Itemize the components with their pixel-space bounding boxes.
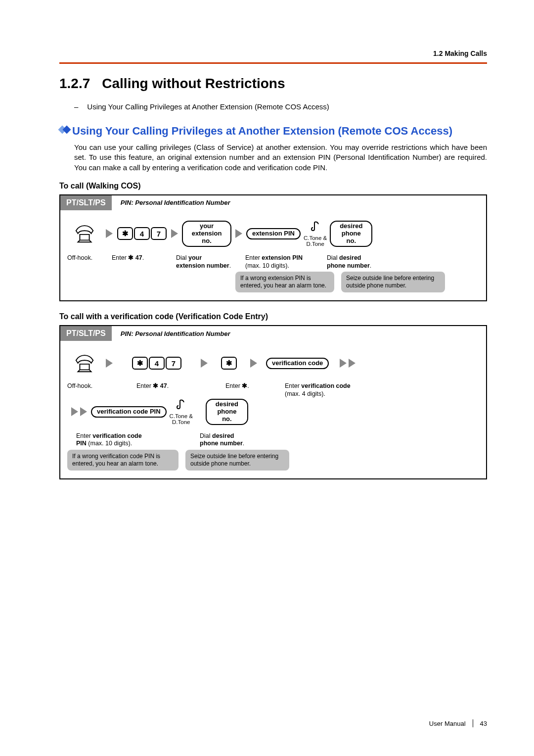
- page-footer: User Manual 43: [429, 719, 487, 727]
- arrow-icon: [171, 229, 178, 238]
- tone-icon: [311, 220, 320, 234]
- caption-dial-ext: Dial yourextension number.: [176, 254, 245, 270]
- caption-offhook: Off-hook.: [67, 382, 136, 398]
- caption-enter-pin: Enter extension PIN(max. 10 digits).: [245, 254, 327, 270]
- pin-note: PIN: Personal Identification Number: [121, 330, 230, 337]
- divider-rule: [59, 62, 487, 64]
- diamond-icon: [59, 127, 68, 133]
- pin-note: PIN: Personal Identification Number: [121, 199, 230, 206]
- diagram-verification-code: PT/SLT/PS PIN: Personal Identification N…: [59, 325, 487, 479]
- procedure-heading-1: To call (Walking COS): [59, 182, 487, 190]
- key-star: ✱: [221, 357, 237, 370]
- caption-enter47: Enter ✱ 47.: [112, 254, 176, 270]
- note-wrong-pin: If a wrong extension PIN is entered, you…: [235, 272, 334, 292]
- arrow-icon: [106, 229, 113, 238]
- bubble-verification-pin: verification code PIN: [91, 406, 167, 418]
- toc-entry: –Using Your Calling Privileges at Anothe…: [74, 102, 487, 111]
- caption-enter-vc: Enter verification code(max. 4 digits).: [285, 382, 384, 398]
- caption-offhook: Off-hook.: [67, 254, 112, 270]
- diagram-walking-cos: PT/SLT/PS PIN: Personal Identification N…: [59, 194, 487, 302]
- caption-enter47: Enter ✱ 47.: [136, 382, 225, 398]
- note-seize-line: Seize outside line before entering outsi…: [341, 272, 445, 292]
- arrow-icon: [250, 359, 257, 368]
- subsection-heading: Using Your Calling Privileges at Another…: [59, 125, 487, 138]
- arrow-icon: [106, 359, 113, 368]
- caption-dial-phone: Dial desiredphone number.: [200, 432, 279, 448]
- procedure-heading-2: To call with a verification code (Verifi…: [59, 312, 487, 321]
- breadcrumb: 1.2 Making Calls: [59, 49, 487, 57]
- arrow-icon: [71, 407, 78, 416]
- offhook-icon: [73, 351, 96, 376]
- note-wrong-vc-pin: If a wrong verification code PIN is ente…: [67, 450, 178, 471]
- bubble-your-extension: your extension no.: [182, 221, 231, 247]
- arrow-icon: [340, 359, 347, 368]
- bubble-desired-phone: desired phone no.: [330, 221, 372, 247]
- caption-enter-vcp: Enter verification codePIN (max. 10 digi…: [76, 432, 200, 448]
- bubble-verification-code: verification code: [266, 358, 329, 369]
- device-tag: PT/SLT/PS: [60, 195, 112, 210]
- note-seize-line: Seize outside line before entering outsi…: [185, 450, 289, 471]
- caption-enter-star: Enter ✱.: [225, 382, 285, 398]
- page-title: 1.2.7Calling without Restrictions: [59, 76, 487, 92]
- arrow-icon: [235, 229, 242, 238]
- arrow-icon: [201, 359, 208, 368]
- device-tag: PT/SLT/PS: [60, 326, 112, 341]
- key-sequence: ✱ 4 7: [117, 227, 167, 240]
- bubble-desired-phone: desired phone no.: [206, 399, 248, 425]
- arrow-icon: [349, 359, 356, 368]
- bubble-extension-pin: extension PIN: [246, 228, 301, 239]
- arrow-icon: [80, 407, 87, 416]
- caption-dial-phone: Dial desiredphone number.: [327, 254, 406, 270]
- body-paragraph: You can use your calling privileges (Cla…: [74, 142, 487, 173]
- key-sequence: ✱ 4 7: [132, 357, 182, 370]
- offhook-icon: [73, 221, 96, 246]
- tone-icon: [176, 398, 186, 412]
